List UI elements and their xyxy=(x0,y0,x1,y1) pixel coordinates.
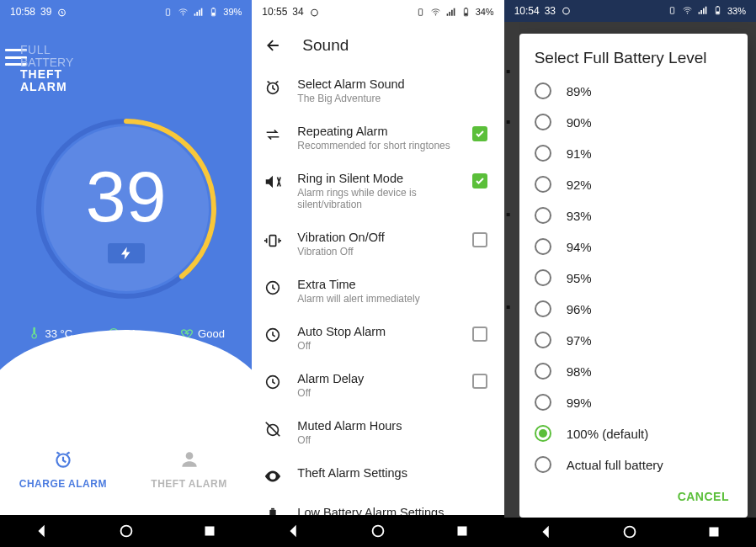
signal-icon xyxy=(445,7,456,18)
setting-row[interactable]: Vibration On/OffVibration Off xyxy=(252,220,503,268)
bg-icon: ▪ xyxy=(506,114,511,130)
tab-charge-alarm[interactable]: CHARGE ALARM xyxy=(0,449,126,490)
radio-option[interactable]: 98% xyxy=(535,356,736,387)
svg-rect-20 xyxy=(270,236,276,247)
radio-icon xyxy=(535,394,551,411)
radio-label: 99% xyxy=(567,396,592,410)
checkbox-icon[interactable] xyxy=(472,173,487,189)
setting-row[interactable]: Low Battery Alarm Settings xyxy=(252,496,503,515)
nav-home[interactable] xyxy=(369,522,387,540)
radio-label: 89% xyxy=(567,84,592,98)
radio-option[interactable]: 91% xyxy=(535,138,736,169)
svg-rect-30 xyxy=(670,8,673,14)
setting-row[interactable]: Extra TimeAlarm will alert immediately xyxy=(252,268,503,315)
setting-title: Theft Alarm Settings xyxy=(297,466,456,480)
vibrate-icon xyxy=(667,5,678,16)
status-bar: 10:54 33 33% xyxy=(504,0,756,22)
silent-icon xyxy=(264,173,282,191)
svg-rect-28 xyxy=(457,527,466,536)
vibration-icon xyxy=(264,231,282,250)
radio-option[interactable]: Actual full battery xyxy=(535,449,736,481)
radio-label: 93% xyxy=(567,209,592,223)
checkbox-icon[interactable] xyxy=(472,232,487,247)
battery-percent: 39 xyxy=(86,155,167,238)
nav-recent[interactable] xyxy=(453,522,471,540)
radio-option[interactable]: 97% xyxy=(535,325,736,356)
radio-icon xyxy=(535,456,551,473)
radio-label: 91% xyxy=(567,146,592,161)
svg-rect-33 xyxy=(716,7,718,8)
status-battery-pct: 33% xyxy=(727,6,746,16)
svg-point-10 xyxy=(185,452,193,459)
setting-row[interactable]: Theft Alarm Settings xyxy=(252,456,503,496)
status-battery-pct: 34% xyxy=(476,7,494,17)
svg-rect-4 xyxy=(213,8,215,8)
setting-subtitle: Off xyxy=(297,434,456,446)
tab-theft-alarm[interactable]: THEFT ALARM xyxy=(126,449,253,490)
bg-icon: ▪ xyxy=(506,207,511,222)
checkbox-icon[interactable] xyxy=(472,327,487,342)
nav-back[interactable] xyxy=(537,523,556,541)
wifi-icon xyxy=(682,5,693,16)
status-bar: 10:55 34 34% xyxy=(252,0,503,24)
radio-icon xyxy=(535,82,551,99)
dialog-select-level: Select Full Battery Level 89%90%91%92%93… xyxy=(519,34,748,518)
radio-label: 97% xyxy=(567,333,592,348)
radio-label: 94% xyxy=(567,240,592,254)
dialog-backdrop[interactable]: ▪ ▪ ▪ ▪ xyxy=(504,22,519,518)
nav-home[interactable] xyxy=(620,523,639,541)
checkbox-icon[interactable] xyxy=(472,374,487,389)
radio-label: 96% xyxy=(567,302,592,316)
setting-subtitle: Alarm rings while device is silent/vibra… xyxy=(297,187,456,210)
radio-option[interactable]: 99% xyxy=(535,387,736,418)
nav-back[interactable] xyxy=(33,522,51,540)
radio-option[interactable]: 90% xyxy=(535,107,736,138)
setting-subtitle: Off xyxy=(297,387,456,399)
cancel-button[interactable]: CANCEL xyxy=(678,490,729,503)
svg-point-2 xyxy=(183,14,184,15)
radio-option[interactable]: 95% xyxy=(535,263,736,294)
svg-point-11 xyxy=(120,526,131,537)
setting-row[interactable]: Auto Stop AlarmOff xyxy=(252,315,503,362)
radio-option[interactable]: 93% xyxy=(535,200,736,231)
radio-option[interactable]: 92% xyxy=(535,169,736,200)
setting-row[interactable]: Alarm DelayOff xyxy=(252,362,503,409)
battery-icon xyxy=(208,7,219,18)
setting-subtitle: The Big Adventure xyxy=(297,93,456,104)
radio-option[interactable]: 96% xyxy=(535,294,736,325)
svg-rect-14 xyxy=(418,8,422,15)
vibrate-icon xyxy=(415,7,426,18)
radio-icon xyxy=(535,300,551,317)
svg-rect-26 xyxy=(271,508,274,510)
radio-option[interactable]: 89% xyxy=(535,76,736,107)
setting-row[interactable]: Ring in Silent ModeAlarm rings while dev… xyxy=(252,162,503,220)
setting-title: Ring in Silent Mode xyxy=(297,172,456,185)
setting-row[interactable]: Select Alarm SoundThe Big Adventure xyxy=(252,67,503,114)
radio-icon xyxy=(535,363,551,380)
radio-label: 100% (default) xyxy=(567,427,649,441)
setting-row[interactable]: Repeating AlarmRecommended for short rin… xyxy=(252,114,503,162)
setting-row[interactable]: Muted Alarm HoursOff xyxy=(252,409,503,456)
svg-rect-5 xyxy=(212,13,215,15)
radio-icon xyxy=(535,332,551,348)
setting-title: Select Alarm Sound xyxy=(297,77,456,91)
nav-back[interactable] xyxy=(285,522,303,540)
svg-point-29 xyxy=(563,8,570,15)
svg-rect-12 xyxy=(205,527,215,536)
svg-rect-18 xyxy=(465,13,467,15)
wifi-icon xyxy=(430,7,441,18)
alarm-icon xyxy=(56,7,67,18)
setting-title: Extra Time xyxy=(297,278,456,291)
back-button[interactable] xyxy=(265,37,282,54)
nav-recent[interactable] xyxy=(200,522,219,540)
radio-option[interactable]: 100% (default) xyxy=(535,418,736,449)
radio-icon xyxy=(535,425,551,442)
checkbox-icon[interactable] xyxy=(472,126,487,141)
status-time: 10:58 xyxy=(10,6,35,18)
nav-home[interactable] xyxy=(117,522,136,540)
nav-recent[interactable] xyxy=(705,523,723,541)
vibrate-icon xyxy=(162,7,173,18)
radio-option[interactable]: 94% xyxy=(535,231,736,263)
clock-icon xyxy=(264,373,282,391)
setting-subtitle: Vibration Off xyxy=(297,246,456,258)
